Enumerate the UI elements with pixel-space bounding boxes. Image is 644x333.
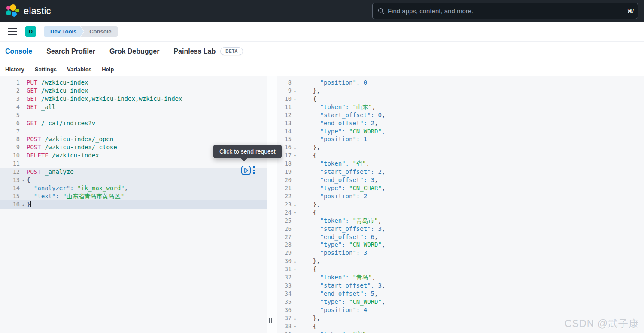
response-code-line: 12 "start_offset": 0, <box>277 111 644 119</box>
global-header: elastic ⌘/ <box>0 0 644 22</box>
request-code-line: 5 <box>0 111 267 119</box>
response-code-line: 13 "end_offset": 2, <box>277 119 644 127</box>
response-code-line: 29 "position": 3 <box>277 249 644 257</box>
fold-toggle-icon[interactable]: ▴ <box>292 87 298 95</box>
response-code-line: 28 "type": "CN_WORD", <box>277 241 644 249</box>
menu-history[interactable]: History <box>5 66 24 73</box>
request-code-line: 11 <box>0 160 267 168</box>
watermark: CSDN @武子康 <box>565 317 639 330</box>
fold-toggle-icon[interactable]: ▴ <box>292 315 298 323</box>
console-editor-area: 1PUT /wzkicu-index2GET /wzkicu-index3GET… <box>0 76 644 333</box>
tab-console[interactable]: Console <box>5 42 32 61</box>
breadcrumb-dev-tools[interactable]: Dev Tools <box>44 26 84 37</box>
response-code-line: 26 "start_offset": 3, <box>277 225 644 233</box>
response-code-line: 20 "end_offset": 3, <box>277 176 644 184</box>
response-code-line: 9▴ }, <box>277 87 644 95</box>
fold-toggle-icon[interactable]: ▾ <box>292 266 298 274</box>
console-menu: History Settings Variables Help <box>0 61 644 78</box>
menu-help[interactable]: Help <box>102 66 114 73</box>
fold-toggle-icon[interactable]: ▾ <box>292 95 298 103</box>
menu-hamburger-icon[interactable] <box>8 28 17 35</box>
response-code-line: 39 "token": "市", <box>277 330 644 333</box>
response-code-line: 25 "token": "青岛市", <box>277 217 644 225</box>
space-avatar[interactable]: D <box>25 26 36 37</box>
text-cursor <box>30 201 31 207</box>
menu-variables[interactable]: Variables <box>67 66 91 73</box>
response-code-line: 15 "position": 1 <box>277 135 644 143</box>
tab-search-profiler[interactable]: Search Profiler <box>46 42 95 61</box>
request-code-line: 3GET /wzkicu-index,wzkicu-index,wzkicu-i… <box>0 95 267 103</box>
request-code-line: 7 <box>0 127 267 136</box>
response-code-line: 17▾ { <box>277 151 644 160</box>
response-code-line: 33 "start_offset": 3, <box>277 282 644 290</box>
request-code-line: 14 "analyzer": "ik_max_word", <box>0 184 267 192</box>
response-code-line: 36 "position": 4 <box>277 306 644 314</box>
response-code-line: 10▾ { <box>277 95 644 103</box>
response-output[interactable]: 8 "position": 09▴ },10▾ {11 "token": "山东… <box>277 76 644 333</box>
response-code-line: 19 "start_offset": 2, <box>277 168 644 176</box>
response-code-line: 18 "token": "省", <box>277 160 644 168</box>
fold-toggle-icon[interactable]: ▾ <box>292 323 298 331</box>
response-code-line: 34 "end_offset": 5, <box>277 290 644 298</box>
response-code-line: 30▴ }, <box>277 257 644 265</box>
request-code-line: 12POST _analyze <box>0 168 267 176</box>
response-code-line: 24▾ { <box>277 209 644 217</box>
request-editor[interactable]: 1PUT /wzkicu-index2GET /wzkicu-index3GET… <box>0 76 267 333</box>
fold-toggle-icon[interactable]: ▴ <box>20 201 27 209</box>
search-input[interactable] <box>384 7 623 15</box>
elastic-logo-icon[interactable] <box>6 4 19 18</box>
request-code-line: 16▴} <box>0 200 267 209</box>
request-options-icon[interactable] <box>253 166 255 174</box>
request-code-line: 6GET /_cat/indices?v <box>0 119 267 127</box>
response-code-line: 11 "token": "山东", <box>277 103 644 111</box>
response-code-line: 31▾ { <box>277 265 644 273</box>
beta-badge: BETA <box>220 47 243 55</box>
tab-painless-lab[interactable]: Painless Lab BETA <box>173 42 243 61</box>
brand-name: elastic <box>24 6 51 17</box>
dev-tools-tabs: Console Search Profiler Grok Debugger Pa… <box>0 42 644 61</box>
request-code-line: 8POST /wzkicu-index/_open <box>0 135 267 143</box>
tab-grok-debugger[interactable]: Grok Debugger <box>109 42 159 61</box>
request-code-line: 13▾{ <box>0 176 267 184</box>
response-code-line: 32 "token": "青岛", <box>277 273 644 282</box>
request-code-line: 1PUT /wzkicu-index <box>0 79 267 87</box>
search-shortcut-badge: ⌘/ <box>623 3 638 19</box>
menu-settings[interactable]: Settings <box>35 66 57 73</box>
fold-toggle-icon[interactable]: ▾ <box>292 152 298 160</box>
response-code-line: 23▴ }, <box>277 200 644 209</box>
request-code-line: 4GET _all <box>0 103 267 111</box>
send-request-button[interactable] <box>241 166 251 175</box>
breadcrumb-bar: D Dev Tools Console <box>0 22 644 42</box>
response-code-line: 21 "type": "CN_CHAR", <box>277 184 644 192</box>
response-code-line: 35 "type": "CN_WORD", <box>277 298 644 306</box>
search-icon <box>378 8 384 14</box>
breadcrumb: Dev Tools Console <box>44 26 118 37</box>
splitter-drag-handle[interactable] <box>269 318 272 323</box>
response-code-line: 8 "position": 0 <box>277 79 644 87</box>
fold-toggle-icon[interactable]: ▴ <box>292 257 298 266</box>
response-code-line: 16▴ }, <box>277 143 644 151</box>
request-code-line: 2GET /wzkicu-index <box>0 87 267 95</box>
fold-toggle-icon[interactable]: ▾ <box>20 176 27 185</box>
breadcrumb-console: Console <box>80 26 118 37</box>
response-code-line: 27 "end_offset": 6, <box>277 233 644 241</box>
send-request-tooltip: Click to send request <box>213 145 282 158</box>
play-icon <box>244 168 248 173</box>
fold-toggle-icon[interactable]: ▴ <box>292 144 298 152</box>
fold-toggle-icon[interactable]: ▴ <box>292 201 298 209</box>
global-search-bar[interactable]: ⌘/ <box>372 3 638 19</box>
response-code-line: 14 "type": "CN_WORD", <box>277 127 644 136</box>
pane-splitter[interactable] <box>267 76 277 333</box>
request-code-line: 15 "text": "山东省青岛市黄岛区" <box>0 192 267 200</box>
fold-toggle-icon[interactable]: ▾ <box>292 209 298 217</box>
app-window: elastic ⌘/ D Dev Tools Console Console S… <box>0 0 644 333</box>
response-code-line: 22 "position": 2 <box>277 192 644 200</box>
